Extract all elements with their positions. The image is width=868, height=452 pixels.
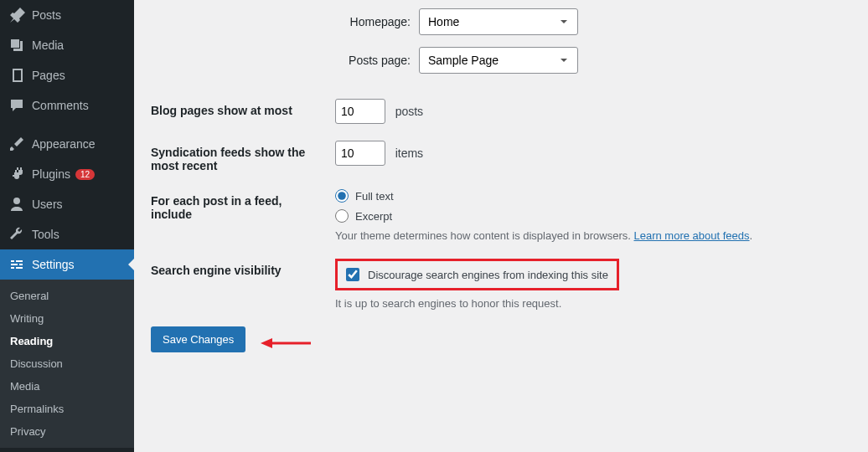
sidebar-label: Plugins — [32, 167, 70, 181]
pages-icon — [8, 67, 25, 84]
comments-icon — [8, 97, 25, 114]
submenu-discussion[interactable]: Discussion — [0, 352, 134, 375]
search-visibility-checkbox[interactable] — [346, 268, 359, 281]
plugins-badge: 12 — [75, 169, 95, 180]
feed-option-fulltext: Full text — [355, 190, 394, 203]
syndication-input[interactable] — [335, 141, 385, 166]
settings-submenu: General Writing Reading Discussion Media… — [0, 280, 134, 448]
sidebar-item-media[interactable]: Media — [0, 30, 134, 60]
homepage-select[interactable]: Home — [419, 8, 578, 35]
plug-icon — [8, 166, 25, 182]
svg-marker-1 — [261, 338, 272, 348]
sidebar-label: Appearance — [32, 137, 96, 151]
search-visibility-highlight: Discourage search engines from indexing … — [335, 259, 619, 290]
feed-radio-fulltext[interactable] — [335, 189, 349, 203]
submenu-privacy[interactable]: Privacy — [0, 420, 134, 443]
submenu-writing[interactable]: Writing — [0, 307, 134, 330]
learn-more-link[interactable]: Learn more about feeds — [633, 229, 749, 242]
feed-help-text: Your theme determines how content is dis… — [335, 229, 851, 242]
search-visibility-checkbox-label: Discourage search engines from indexing … — [368, 269, 608, 281]
sidebar-label: Tools — [32, 228, 59, 241]
sidebar-label: Media — [32, 39, 64, 52]
user-icon — [8, 196, 25, 213]
submenu-permalinks[interactable]: Permalinks — [0, 398, 134, 420]
annotation-arrow — [261, 335, 311, 352]
sidebar-item-users[interactable]: Users — [0, 189, 134, 219]
sidebar-item-settings[interactable]: Settings — [0, 249, 134, 280]
sidebar-label: Settings — [32, 258, 75, 271]
submenu-media[interactable]: Media — [0, 375, 134, 398]
submenu-reading[interactable]: Reading — [0, 330, 134, 352]
settings-content: Homepage: Home Posts page: Sample Page B… — [134, 0, 868, 452]
blogpages-label: Blog pages show at most — [151, 99, 335, 117]
sidebar-label: Posts — [32, 8, 61, 22]
brush-icon — [8, 136, 25, 152]
syndication-label: Syndication feeds show the most recent — [151, 141, 335, 172]
sliders-icon — [8, 256, 25, 273]
sidebar-item-comments[interactable]: Comments — [0, 90, 134, 121]
postspage-label: Posts page: — [335, 54, 411, 67]
save-changes-button[interactable]: Save Changes — [151, 326, 245, 352]
sidebar-item-tools[interactable]: Tools — [0, 219, 134, 249]
homepage-label: Homepage: — [335, 15, 411, 28]
pushpin-icon — [8, 7, 25, 23]
sidebar-item-plugins[interactable]: Plugins 12 — [0, 159, 134, 189]
feed-include-label: For each post in a feed, include — [151, 189, 335, 221]
sidebar-label: Pages — [32, 69, 65, 82]
search-visibility-help: It is up to search engines to honor this… — [335, 297, 851, 310]
search-visibility-label: Search engine visibility — [151, 259, 335, 277]
syndication-suffix: items — [395, 146, 423, 160]
submenu-general[interactable]: General — [0, 285, 134, 307]
sidebar-item-posts[interactable]: Posts — [0, 0, 134, 30]
sidebar-item-appearance[interactable]: Appearance — [0, 129, 134, 159]
blogpages-input[interactable] — [335, 99, 385, 124]
wrench-icon — [8, 226, 25, 243]
sidebar-label: Comments — [32, 99, 89, 112]
postspage-select[interactable]: Sample Page — [419, 47, 578, 74]
admin-sidebar: Posts Media Pages Comments Appearance Pl… — [0, 0, 134, 452]
blogpages-suffix: posts — [395, 105, 423, 118]
sidebar-item-pages[interactable]: Pages — [0, 60, 134, 90]
feed-option-excerpt: Excerpt — [355, 210, 392, 223]
feed-radio-excerpt[interactable] — [335, 209, 349, 223]
sidebar-label: Users — [32, 198, 63, 211]
media-icon — [8, 37, 25, 54]
